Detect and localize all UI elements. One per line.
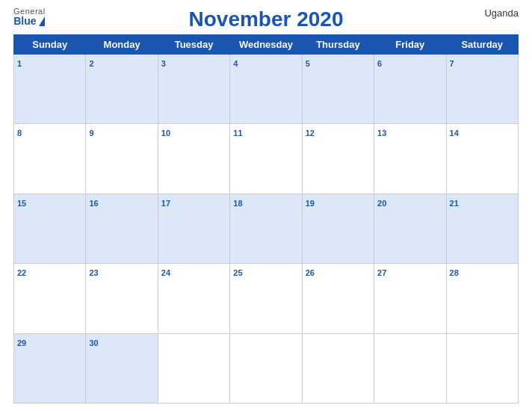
calendar-week-row: 22232425262728	[14, 264, 519, 333]
day-number: 15	[17, 199, 26, 208]
calendar-day-cell: 24	[158, 264, 229, 333]
day-number: 3	[161, 59, 166, 68]
calendar-day-cell: 6	[374, 55, 446, 124]
day-number: 20	[377, 199, 386, 208]
calendar-day-cell: 25	[230, 264, 302, 333]
weekday-header-thursday: Thursday	[302, 35, 374, 55]
calendar-day-cell: 1	[14, 55, 86, 124]
calendar-day-cell: 15	[14, 194, 86, 263]
calendar-day-cell	[302, 333, 374, 403]
calendar-table: SundayMondayTuesdayWednesdayThursdayFrid…	[13, 34, 519, 404]
calendar-title: November 2020	[188, 7, 343, 31]
calendar-day-cell: 19	[302, 194, 374, 263]
calendar-day-cell: 5	[302, 55, 374, 124]
calendar-day-cell: 8	[14, 124, 86, 194]
calendar-day-cell: 28	[446, 264, 518, 333]
country-label: Uganda	[484, 7, 519, 19]
calendar-day-cell: 21	[446, 194, 518, 263]
day-number: 23	[89, 268, 98, 277]
calendar-day-cell	[230, 333, 302, 403]
day-number: 8	[17, 129, 22, 137]
calendar-day-cell: 22	[14, 264, 86, 333]
weekday-header-row: SundayMondayTuesdayWednesdayThursdayFrid…	[14, 35, 519, 55]
weekday-header-wednesday: Wednesday	[230, 35, 302, 55]
calendar-day-cell: 11	[230, 124, 302, 194]
logo-blue-text: Blue	[13, 16, 45, 26]
day-number: 11	[233, 129, 242, 137]
day-number: 18	[233, 199, 242, 208]
day-number: 24	[161, 268, 170, 277]
calendar-day-cell: 27	[374, 264, 446, 333]
calendar-day-cell: 10	[158, 124, 229, 194]
day-number: 5	[306, 59, 310, 68]
weekday-header-sunday: Sunday	[14, 35, 86, 55]
day-number: 27	[377, 268, 386, 277]
calendar-week-row: 15161718192021	[14, 194, 519, 263]
day-number: 9	[89, 129, 93, 137]
calendar-day-cell: 14	[446, 124, 518, 194]
day-number: 12	[306, 129, 315, 137]
day-number: 6	[377, 59, 382, 68]
calendar-day-cell: 9	[86, 124, 158, 194]
calendar-day-cell: 3	[158, 55, 229, 124]
day-number: 13	[377, 129, 386, 137]
calendar-day-cell: 12	[302, 124, 374, 194]
calendar-day-cell: 4	[230, 55, 302, 124]
calendar-day-cell: 2	[86, 55, 158, 124]
day-number: 2	[89, 59, 93, 68]
day-number: 14	[450, 129, 459, 137]
calendar-week-row: 891011121314	[14, 124, 519, 194]
calendar-day-cell: 16	[86, 194, 158, 263]
calendar-day-cell: 20	[374, 194, 446, 263]
day-number: 16	[89, 199, 98, 208]
day-number: 21	[450, 199, 459, 208]
calendar-day-cell: 7	[446, 55, 518, 124]
calendar-day-cell: 23	[86, 264, 158, 333]
calendar-day-cell: 26	[302, 264, 374, 333]
calendar-week-row: 2930	[14, 333, 519, 403]
logo-triangle-icon	[39, 16, 45, 26]
calendar-week-row: 1234567	[14, 55, 519, 124]
day-number: 25	[233, 268, 242, 277]
day-number: 10	[161, 129, 170, 137]
day-number: 29	[17, 339, 26, 347]
calendar-day-cell: 18	[230, 194, 302, 263]
weekday-header-friday: Friday	[374, 35, 446, 55]
calendar-day-cell	[446, 333, 518, 403]
day-number: 1	[17, 59, 22, 68]
logo: General Blue	[13, 7, 46, 26]
weekday-header-tuesday: Tuesday	[158, 35, 229, 55]
calendar-day-cell	[374, 333, 446, 403]
day-number: 7	[450, 59, 454, 68]
day-number: 19	[306, 199, 315, 208]
calendar-day-cell: 13	[374, 124, 446, 194]
calendar-header: General Blue November 2020 Uganda	[13, 7, 519, 31]
calendar-day-cell: 30	[86, 333, 158, 403]
day-number: 22	[17, 268, 26, 277]
calendar-day-cell	[158, 333, 229, 403]
day-number: 28	[450, 268, 459, 277]
calendar-day-cell: 29	[14, 333, 86, 403]
calendar-day-cell: 17	[158, 194, 229, 263]
weekday-header-monday: Monday	[86, 35, 158, 55]
day-number: 26	[306, 268, 315, 277]
day-number: 17	[161, 199, 170, 208]
day-number: 30	[89, 339, 98, 347]
weekday-header-saturday: Saturday	[446, 35, 518, 55]
day-number: 4	[233, 59, 238, 68]
